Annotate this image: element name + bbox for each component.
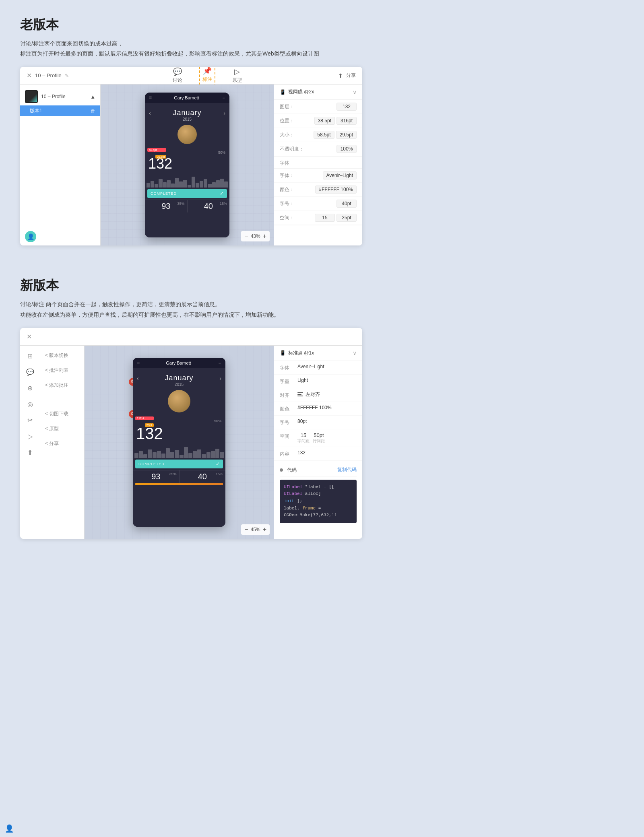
new-phone-year: 2015 (175, 382, 184, 387)
device-icon: 📱 (280, 89, 286, 95)
close-icon[interactable]: ✕ (27, 72, 32, 79)
icon-annotate-list[interactable]: 💬 (23, 365, 37, 379)
new-ui-frame: ✕ ⊞ 💬 ⊕ (20, 328, 362, 539)
space-col-2: 50pt 行间距 (313, 432, 325, 444)
icon-version[interactable]: ⊞ (23, 349, 37, 363)
nbar16 (202, 454, 206, 458)
align-line-1 (297, 392, 303, 393)
new-prop-header-left: 📱 标准点 @1x (280, 350, 314, 357)
prop-row-opacity: 不透明度： 100% (274, 142, 362, 156)
tab-discuss[interactable]: 💬 讨论 (168, 67, 187, 86)
space-v1: 15 (315, 214, 335, 222)
layer-item-profile[interactable]: 10 – Profile ▲ (20, 88, 100, 105)
prop-expand-icon[interactable]: ∨ (353, 89, 357, 95)
sidebar-top: ⊞ 💬 ⊕ ◎ ✂ (20, 346, 84, 463)
annotate-icon: 📌 (203, 67, 212, 75)
tab-annotate-label: 标注 (202, 76, 212, 83)
prototype-sidebar-icon: ▷ (28, 433, 33, 440)
new-font-label: 字体 (280, 364, 294, 371)
new-prop-row-weight: 字重 Light (274, 375, 362, 388)
size-h: 29.5pt (336, 131, 357, 139)
fontsize-label: 字号： (280, 200, 300, 207)
nbar11 (180, 455, 184, 458)
section-divider (0, 258, 382, 261)
space-col-1: 15 字间距 (297, 432, 310, 444)
nbar12 (184, 447, 188, 458)
phone-month: January (173, 109, 201, 117)
nbar3 (143, 454, 147, 458)
icon-add-annotate[interactable]: ⊕ (23, 381, 37, 396)
new-phone-container: ① ② ≡ Gary Barnett ··· ‹ (133, 358, 225, 527)
bar1 (147, 183, 150, 188)
tab-prototype[interactable]: ▷ 原型 (227, 67, 247, 86)
align-text: 左对齐 (305, 391, 320, 398)
bottom-bar (135, 483, 223, 485)
version-item[interactable]: 版本1 🗑 (20, 105, 100, 116)
prop-section-basic: 图层： 132 位置： 38.5pt 316pt 大小： (274, 100, 362, 157)
icon-cut[interactable]: ✂ (23, 413, 37, 428)
layer-values: 132 (300, 103, 357, 111)
pos-values: 38.5pt 316pt (300, 117, 357, 125)
prop-row-fontsize: 字号： 40pt (274, 197, 362, 211)
new-fontsize-label: 字号 (280, 418, 294, 426)
new-zoom-out-btn[interactable]: − (244, 526, 248, 533)
bar20 (224, 181, 228, 188)
new-version-title: 新版本 (20, 277, 362, 295)
next-month-icon: › (223, 110, 225, 116)
edit-icon[interactable]: ✎ (65, 73, 69, 78)
new-stat1-number: 93 (151, 472, 160, 481)
nbar5 (153, 452, 157, 458)
code-section-header: 代码 复制代码 (280, 464, 357, 476)
new-prop-row-color: 颜色 #FFFFFF 100% (274, 402, 362, 416)
align-line-3 (297, 396, 303, 396)
stat-cell-2: 15% 40 (188, 200, 230, 212)
icon-prototype[interactable]: ▷ (23, 429, 37, 444)
new-prop-expand-icon[interactable]: ∨ (353, 350, 357, 356)
share-label: 分享 (346, 72, 356, 79)
new-close-icon[interactable]: ✕ (27, 333, 32, 340)
new-stat-cell-1: 35% 93 (133, 470, 180, 483)
icon-eye[interactable]: ◎ (23, 397, 37, 412)
bar7 (171, 183, 175, 188)
icon-column: ⊞ 💬 ⊕ ◎ ✂ (20, 346, 40, 463)
device-label: 视网膜 @2x (288, 89, 314, 95)
new-stat2-number: 40 (198, 472, 207, 481)
completed-text: COMPLETED (151, 192, 177, 196)
sidebar-label-3: < 添加批注 (45, 382, 68, 389)
new-zoom-level: 45% (251, 527, 260, 532)
prop-header: 📱 视网膜 @2x ∨ (274, 85, 362, 100)
page-title: 10 – Profile (35, 72, 62, 78)
zoom-in-btn[interactable]: + (263, 233, 266, 240)
space-sub-2: 行间距 (313, 438, 325, 444)
layer-value: 132 (336, 103, 357, 111)
fontsize-value: 40pt (336, 200, 357, 208)
new-content-label: 内容 (280, 450, 294, 458)
tab-annotate[interactable]: 📌 标注 (199, 67, 215, 86)
annotate-list-icon: 💬 (26, 368, 34, 376)
space-label: 空间： (280, 214, 300, 221)
new-percent-label: 50% (214, 419, 221, 423)
copy-code-btn[interactable]: 复制代码 (337, 466, 357, 473)
measure-width-label: 29.5pt (155, 155, 166, 159)
bar16 (208, 184, 211, 188)
code-line-2: init ]; (284, 498, 353, 505)
prop-row-space: 空间： 15 25pt (274, 211, 362, 225)
new-zoom-in-btn[interactable]: + (263, 526, 266, 533)
new-measure-height-label: 117pt (135, 416, 154, 420)
old-version-title: 老版本 (20, 16, 362, 34)
pos-label: 位置： (280, 118, 300, 124)
new-phone-mockup: ≡ Gary Barnett ··· ‹ January 2015 (133, 358, 225, 527)
icon-share[interactable]: ⬆ (23, 445, 37, 460)
bar11 (188, 185, 191, 188)
font-label: 字体： (280, 172, 300, 179)
prop-row-pos: 位置： 38.5pt 316pt (274, 114, 362, 128)
new-weight-label: 字重 (280, 377, 294, 385)
old-version-desc: 讨论/标注两个页面来回切换的成本过高， 标注页为打开时长最多的页面，默认展示信息… (20, 39, 362, 59)
tab-prototype-label: 原型 (232, 77, 242, 84)
bar6 (167, 180, 171, 188)
old-top-bar-right: ⬆ 分享 (308, 72, 356, 79)
zoom-out-btn[interactable]: − (244, 233, 248, 240)
bar8 (175, 178, 179, 188)
new-mini-bars (133, 446, 225, 458)
delete-icon[interactable]: 🗑 (91, 108, 95, 114)
